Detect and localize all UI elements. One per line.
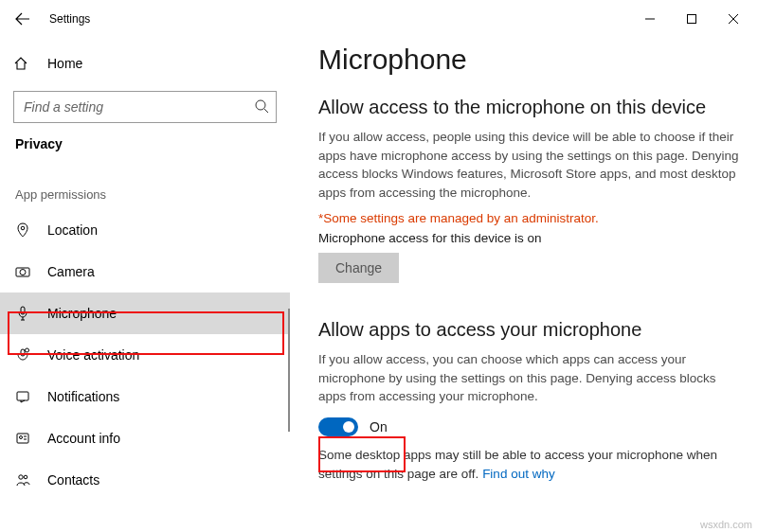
watermark: wsxdn.com: [700, 519, 752, 530]
back-button[interactable]: [4, 0, 42, 38]
close-button[interactable]: [713, 4, 754, 34]
svg-point-8: [20, 270, 26, 275]
svg-rect-12: [17, 392, 28, 400]
svg-rect-13: [17, 434, 28, 443]
svg-line-5: [264, 109, 268, 113]
change-button[interactable]: Change: [318, 253, 399, 283]
sidebar-item-contacts[interactable]: Contacts: [0, 459, 290, 501]
toggle-knob: [343, 421, 354, 433]
section2-desc: If you allow access, you can choose whic…: [318, 350, 739, 406]
section1-heading: Allow access to the microphone on this d…: [318, 97, 739, 118]
home-icon: [13, 56, 32, 71]
sidebar-item-label: Voice activation: [47, 347, 139, 363]
device-access-status: Microphone access for this device is on: [318, 231, 739, 245]
sidebar-item-label: Account info: [47, 431, 120, 446]
microphone-icon: [13, 306, 32, 321]
back-arrow-icon: [15, 11, 30, 27]
app-title: Settings: [49, 12, 90, 26]
voice-icon: [13, 347, 32, 363]
close-icon: [728, 13, 739, 25]
admin-note: *Some settings are managed by an adminis…: [318, 211, 739, 225]
sidebar-item-location[interactable]: Location: [0, 209, 290, 251]
svg-rect-9: [21, 307, 25, 314]
home-label: Home: [47, 56, 82, 71]
notifications-icon: [13, 389, 32, 404]
apps-access-toggle[interactable]: [318, 417, 358, 436]
page-title: Microphone: [318, 44, 739, 76]
svg-point-17: [19, 475, 23, 479]
svg-rect-10: [21, 349, 25, 356]
sidebar-item-label: Contacts: [47, 472, 99, 488]
search-input[interactable]: [13, 91, 277, 123]
toggle-label: On: [370, 419, 388, 434]
maximize-icon: [686, 13, 697, 25]
minimize-button[interactable]: [629, 4, 671, 34]
sidebar-item-label: Microphone: [47, 306, 117, 321]
svg-point-18: [24, 475, 27, 479]
title-bar: Settings: [0, 0, 758, 38]
home-nav[interactable]: Home: [0, 45, 290, 81]
sidebar-item-label: Location: [47, 222, 98, 238]
maximize-button[interactable]: [671, 4, 713, 34]
sidebar-item-notifications[interactable]: Notifications: [0, 376, 290, 417]
category-title: Privacy: [0, 136, 290, 161]
svg-point-11: [26, 348, 29, 352]
sidebar-item-voice-activation[interactable]: Voice activation: [0, 334, 290, 376]
svg-point-6: [21, 226, 25, 230]
svg-rect-1: [688, 15, 696, 24]
sidebar-item-account-info[interactable]: Account info: [0, 417, 290, 459]
search-icon: [254, 98, 269, 116]
svg-point-4: [256, 100, 265, 110]
section1-desc: If you allow access, people using this d…: [318, 128, 739, 202]
sidebar-item-camera[interactable]: Camera: [0, 251, 290, 293]
main-content: Microphone Allow access to the microphon…: [290, 38, 758, 532]
sidebar-item-label: Notifications: [47, 389, 119, 404]
location-icon: [13, 222, 32, 238]
find-out-why-link[interactable]: Find out why: [482, 467, 555, 481]
camera-icon: [13, 264, 32, 279]
sidebar-item-label: Camera: [47, 264, 95, 279]
sidebar-item-microphone[interactable]: Microphone: [0, 293, 290, 334]
scrollbar[interactable]: [288, 309, 290, 432]
sidebar: Home Privacy App permissions Location Ca…: [0, 38, 290, 532]
section-label: App permissions: [0, 161, 290, 209]
contacts-icon: [13, 472, 32, 488]
minimize-icon: [644, 13, 656, 25]
desktop-apps-note: Some desktop apps may still be able to a…: [318, 446, 739, 483]
svg-point-14: [20, 436, 23, 439]
account-icon: [13, 431, 32, 446]
section2-heading: Allow apps to access your microphone: [318, 319, 739, 341]
